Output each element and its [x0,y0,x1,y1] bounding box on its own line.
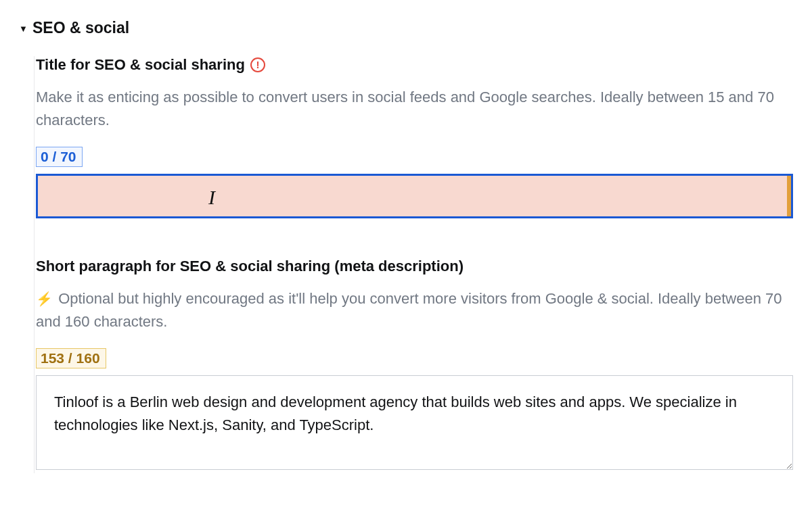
seo-description-field: Short paragraph for SEO & social sharing… [36,258,793,473]
seo-title-field: Title for SEO & social sharing Make it a… [36,56,793,218]
seo-title-label: Title for SEO & social sharing [36,56,245,74]
seo-description-textarea[interactable] [36,375,793,470]
seo-description-help-text: Optional but highly encouraged as it'll … [36,290,782,330]
warning-icon [250,57,265,72]
seo-title-help: Make it as enticing as possible to conve… [36,86,793,132]
field-status-bar [787,176,791,216]
seo-description-counter: 153 / 160 [36,348,106,368]
seo-description-label: Short paragraph for SEO & social sharing… [36,258,464,275]
section-content: Title for SEO & social sharing Make it a… [34,56,793,473]
seo-title-counter: 0 / 70 [36,147,83,167]
chevron-down-icon: ▼ [19,24,27,34]
bolt-icon: ⚡ [36,289,53,310]
section-title: SEO & social [32,19,129,37]
seo-social-section: ▼ SEO & social Title for SEO & social sh… [0,0,812,473]
seo-title-input[interactable] [36,174,793,218]
section-toggle[interactable]: ▼ SEO & social [19,0,793,37]
seo-description-help: ⚡ Optional but highly encouraged as it'l… [36,287,793,333]
